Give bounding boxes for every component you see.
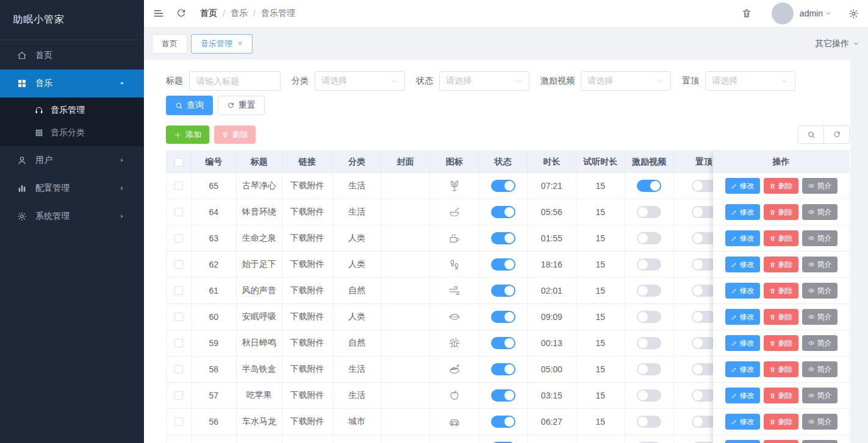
intro-button[interactable]: 简介 [802,414,838,430]
status-toggle[interactable] [491,180,515,192]
row-delete-button[interactable]: 删除 [764,414,798,430]
intro-button[interactable]: 简介 [802,283,838,299]
top-toggle[interactable] [692,180,716,192]
edit-button[interactable]: 修改 [725,257,760,272]
top-toggle[interactable] [692,311,716,323]
trash-icon[interactable] [741,8,752,19]
incentive-video-toggle[interactable] [637,337,661,349]
row-checkbox[interactable] [174,286,183,295]
intro-button[interactable]: 简介 [802,230,838,246]
top-toggle[interactable] [692,363,716,375]
status-toggle[interactable] [491,416,515,428]
tab-home[interactable]: 首页 [152,34,187,54]
download-attachment-link[interactable]: 下载附件 [290,416,325,427]
sidebar-item-users[interactable]: 用户 [0,146,144,174]
top-toggle[interactable] [692,416,716,428]
sidebar-item-music-manage[interactable]: 音乐管理 [0,99,144,121]
incentive-video-toggle[interactable] [637,416,661,428]
table-refresh-button[interactable] [823,126,850,144]
edit-button[interactable]: 修改 [725,178,760,194]
category-select[interactable]: 请选择 [315,71,405,91]
edit-button[interactable]: 修改 [725,440,760,443]
title-input[interactable] [189,71,281,91]
tab-music-manage[interactable]: 音乐管理✕ [191,34,253,54]
edit-button[interactable]: 修改 [725,388,760,403]
tab-close-icon[interactable]: ✕ [237,40,243,48]
incentive-video-toggle[interactable] [637,389,661,402]
row-delete-button[interactable]: 删除 [764,335,798,351]
edit-button[interactable]: 修改 [725,230,760,246]
user-dropdown[interactable]: admin [800,9,832,18]
row-checkbox[interactable] [174,313,183,321]
intro-button[interactable]: 简介 [802,388,838,403]
intro-button[interactable]: 简介 [802,361,838,377]
row-checkbox[interactable] [174,182,183,190]
more-operations-dropdown[interactable]: 其它操作 [815,38,861,49]
settings-gear-icon[interactable] [848,8,859,19]
sidebar-item-music-category[interactable]: 音乐分类 [0,121,144,144]
breadcrumb-music-manage[interactable]: 音乐管理 [261,8,295,19]
row-delete-button[interactable]: 删除 [764,204,798,220]
edit-button[interactable]: 修改 [725,309,760,325]
intro-button[interactable]: 简介 [802,257,838,272]
top-toggle[interactable] [692,232,716,244]
incentive-video-toggle[interactable] [637,363,661,375]
intro-button[interactable]: 简介 [802,335,838,351]
edit-button[interactable]: 修改 [725,335,760,351]
status-toggle[interactable] [491,337,515,349]
top-toggle[interactable] [692,258,716,271]
edit-button[interactable]: 修改 [725,283,760,299]
status-select[interactable]: 请选择 [439,71,529,91]
delete-button[interactable]: 删除 [214,126,256,144]
row-checkbox[interactable] [174,208,183,216]
add-button[interactable]: 添加 [166,126,209,144]
intro-button[interactable]: 简介 [802,204,838,220]
top-toggle[interactable] [692,337,716,349]
row-checkbox[interactable] [174,234,183,243]
incentive-video-toggle[interactable] [637,206,661,218]
download-attachment-link[interactable]: 下载附件 [290,338,325,349]
row-checkbox[interactable] [174,365,183,374]
refresh-icon[interactable] [176,8,187,19]
sidebar-item-home[interactable]: 首页 [0,41,144,69]
status-toggle[interactable] [491,285,515,297]
reset-button[interactable]: 重置 [218,96,265,115]
download-attachment-link[interactable]: 下载附件 [290,180,325,191]
row-delete-button[interactable]: 删除 [764,309,798,325]
download-attachment-link[interactable]: 下载附件 [290,364,325,375]
intro-button[interactable]: 简介 [802,178,838,194]
select-all-checkbox[interactable] [174,158,183,166]
row-delete-button[interactable]: 删除 [764,178,798,194]
row-checkbox[interactable] [174,339,183,347]
download-attachment-link[interactable]: 下载附件 [290,311,325,322]
incentive-video-toggle[interactable] [637,285,661,297]
incentive-video-toggle[interactable] [637,232,661,244]
edit-button[interactable]: 修改 [725,414,760,430]
edit-button[interactable]: 修改 [725,204,760,220]
download-attachment-link[interactable]: 下载附件 [290,233,325,244]
breadcrumb-home[interactable]: 首页 [200,8,217,19]
status-toggle[interactable] [491,389,515,402]
table-search-button[interactable] [798,126,824,144]
sidebar-item-music[interactable]: 音乐 [0,69,144,97]
incentive-video-select[interactable]: 请选择 [581,71,671,91]
status-toggle[interactable] [491,206,515,218]
row-delete-button[interactable]: 删除 [764,361,798,377]
top-toggle[interactable] [692,206,716,218]
intro-button[interactable]: 简介 [802,440,838,443]
download-attachment-link[interactable]: 下载附件 [290,285,325,296]
status-toggle[interactable] [491,363,515,375]
row-checkbox[interactable] [174,260,183,269]
sidebar-item-config[interactable]: 配置管理 [0,174,144,202]
edit-button[interactable]: 修改 [725,361,760,377]
search-button[interactable]: 查询 [166,96,213,115]
incentive-video-toggle[interactable] [637,258,661,271]
row-checkbox[interactable] [174,391,183,400]
download-attachment-link[interactable]: 下载附件 [290,390,325,401]
download-attachment-link[interactable]: 下载附件 [290,259,325,270]
avatar[interactable] [772,2,794,24]
top-toggle[interactable] [692,389,716,402]
status-toggle[interactable] [491,258,515,271]
row-delete-button[interactable]: 删除 [764,257,798,272]
row-delete-button[interactable]: 删除 [764,230,798,246]
